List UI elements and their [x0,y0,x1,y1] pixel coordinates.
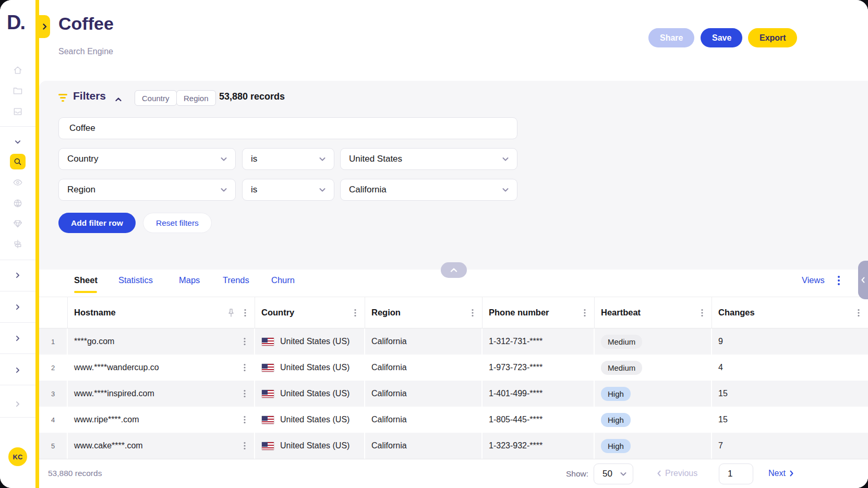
kebab-menu-icon[interactable] [698,308,706,318]
filter-field-select[interactable]: Country [58,148,236,170]
filter-value-select[interactable]: United States [340,148,517,170]
sidebar-divider [0,126,35,127]
caret-up-icon[interactable] [115,94,122,99]
hostname-cell[interactable]: www.****inspired.com [68,381,255,407]
column-header-phone[interactable]: Phone number [483,297,595,328]
brand-logo[interactable]: D. [7,11,25,34]
sidebar-expand-button[interactable] [39,15,50,38]
kebab-menu-icon[interactable] [240,441,249,450]
views-link[interactable]: Views [802,275,825,285]
table-row[interactable]: 5 www.cake****.com United States (US) Ca… [39,433,868,459]
filter-chip-region[interactable]: Region [176,90,216,106]
tab-trends[interactable]: Trends [223,275,249,285]
chevron-right-icon[interactable] [13,333,23,344]
hostname-cell[interactable]: www.cake****.com [68,433,255,459]
kebab-menu-icon[interactable] [240,337,249,346]
kebab-menu-icon[interactable] [854,308,863,318]
row-number: 5 [39,433,68,459]
right-panel-handle[interactable] [858,261,868,299]
filters-panel: Filters Country Region 53,880 records Co… [39,81,868,270]
select-value: United States [349,154,402,164]
folder-icon[interactable] [13,86,23,96]
kebab-menu-icon[interactable] [351,308,359,318]
page-size-select[interactable]: 50 [594,463,633,484]
kebab-menu-icon[interactable] [241,308,249,318]
select-value: is [251,185,257,195]
share-button[interactable]: Share [648,28,694,47]
us-flag-icon [261,363,274,372]
views-kebab-icon[interactable] [834,274,844,287]
country-cell: United States (US) [255,381,365,407]
filters-title: Filters [73,90,106,102]
hostname-cell[interactable]: www.****wandercup.co [68,355,255,381]
filter-chip-country[interactable]: Country [135,90,177,106]
chevron-left-icon [861,277,865,283]
tab-statistics[interactable]: Statistics [118,275,153,285]
filter-operator-select[interactable]: is [242,148,334,170]
save-button[interactable]: Save [701,28,742,47]
chevron-down-icon[interactable] [13,137,23,147]
country-cell: United States (US) [255,433,365,459]
page-size-value: 50 [602,469,612,479]
user-avatar[interactable]: KC [8,447,27,466]
pagination-footer: 53,880 records Show: 50 Previous Next [39,459,868,488]
sidebar-divider [0,385,35,385]
tab-churn[interactable]: Churn [271,275,295,285]
chevron-down-icon [502,188,509,192]
signpost-icon[interactable] [13,239,23,249]
chevron-right-icon[interactable] [13,399,23,409]
home-icon[interactable] [13,65,23,76]
kebab-menu-icon[interactable] [240,363,249,372]
table-row[interactable]: 3 www.****inspired.com United States (US… [39,381,868,407]
diamond-icon[interactable] [13,218,23,229]
chevron-right-icon[interactable] [13,270,23,280]
filter-field-select[interactable]: Region [58,179,236,201]
kebab-menu-icon[interactable] [240,389,249,398]
column-header-region[interactable]: Region [365,297,483,328]
search-nav-active[interactable] [10,154,26,169]
column-header-hostname[interactable]: Hostname [68,297,255,328]
filter-value-select[interactable]: California [340,179,517,201]
us-flag-icon [261,442,274,450]
column-header-heartbeat[interactable]: Heartbeat [595,297,712,328]
hostname-cell[interactable]: www.ripe****.com [68,407,255,433]
kebab-menu-icon[interactable] [468,308,477,318]
heartbeat-cell: Medium [595,355,712,381]
table-row[interactable]: 1 ****go.com United States (US) Californ… [39,328,868,355]
kebab-menu-icon[interactable] [581,308,589,318]
previous-page-button[interactable]: Previous [657,469,697,478]
kebab-menu-icon[interactable] [240,415,249,424]
tab-sheet[interactable]: Sheet [74,275,98,285]
chevron-down-icon [221,157,227,161]
region-cell: California [365,355,483,381]
column-header-country[interactable]: Country [255,297,365,328]
next-page-button[interactable]: Next [768,469,793,478]
country-cell: United States (US) [255,407,365,433]
tab-maps[interactable]: Maps [179,275,200,285]
page-number-input[interactable] [719,463,753,484]
inbox-icon[interactable] [13,106,23,117]
hostname-cell[interactable]: ****go.com [68,328,255,355]
table-row[interactable]: 4 www.ripe****.com United States (US) Ca… [39,407,868,433]
region-cell: California [365,407,483,433]
filter-operator-select[interactable]: is [242,179,334,201]
column-header-changes[interactable]: Changes [712,297,868,328]
reset-filters-button[interactable]: Reset filters [143,213,212,233]
globe-icon[interactable] [13,198,23,209]
phone-cell: 1-312-731-**** [483,328,595,355]
main-content: Coffee Search Engine Share Save Export F… [39,0,868,488]
chevron-right-icon[interactable] [13,365,23,375]
collapse-filters-button[interactable] [441,262,467,278]
row-number: 1 [39,328,68,355]
chevron-right-icon[interactable] [13,302,23,312]
table-row[interactable]: 2 www.****wandercup.co United States (US… [39,355,868,381]
pin-icon[interactable] [226,308,236,318]
search-input[interactable] [58,117,517,139]
chevron-right-icon [790,470,793,477]
eye-icon[interactable] [13,177,23,188]
chevron-right-icon [42,23,47,30]
add-filter-row-button[interactable]: Add filter row [58,213,136,233]
footer-records-count: 53,880 records [48,469,102,478]
export-button[interactable]: Export [748,28,797,47]
heartbeat-badge: High [601,387,631,401]
